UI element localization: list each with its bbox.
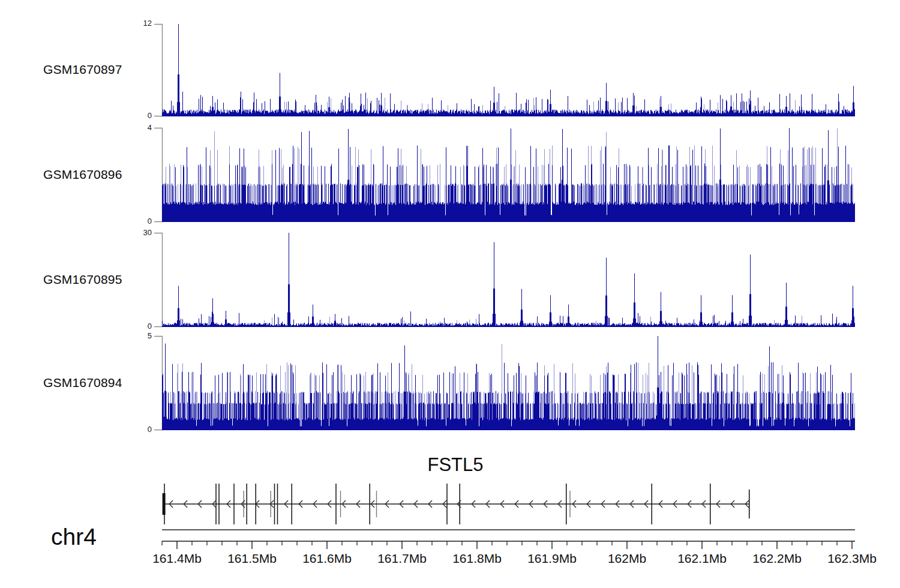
ruler-tick-label: 161.4Mb (152, 551, 202, 565)
yaxis-max-track-2: 4 (123, 124, 152, 132)
gene-name-label: FSTL5 (365, 455, 545, 475)
yaxis-zero-track-1: 0 (123, 112, 152, 120)
ruler-major-ticks (177, 541, 852, 549)
ruler-tick-label: 161.8Mb (452, 551, 502, 565)
genome-browser-view: 161.4Mb161.5Mb161.6Mb161.7Mb161.8Mb161.9… (0, 0, 900, 588)
yaxis-max-track-4: 5 (123, 332, 152, 340)
ruler-tick-label: 161.5Mb (227, 551, 277, 565)
yaxis-zero-track-3: 0 (123, 322, 152, 331)
ruler-tick-label: 162.3Mb (827, 551, 877, 565)
yaxis-bracket-track-3 (154, 233, 163, 327)
yaxis-zero-track-4: 0 (123, 425, 152, 434)
ruler-tick-label: 162Mb (608, 551, 646, 565)
ruler-tick-label: 161.7Mb (377, 551, 427, 565)
yaxis-max-track-3: 30 (123, 229, 152, 237)
genome-browser-canvas: 161.4Mb161.5Mb161.6Mb161.7Mb161.8Mb161.9… (0, 0, 900, 588)
yaxis-bracket-track-4 (154, 337, 163, 430)
track-label-2: GSM1670896 (43, 167, 148, 182)
coverage-bars-track-1 (163, 24, 855, 116)
coverage-bars-track-3 (163, 233, 855, 326)
yaxis-zero-track-2: 0 (123, 217, 152, 226)
track-label-1: GSM1670897 (43, 62, 148, 77)
coverage-bars-light-track-1 (285, 98, 802, 113)
chromosome-label: chr4 (51, 524, 147, 550)
yaxis-max-track-1: 12 (123, 19, 152, 28)
coverage-bars-track-2 (163, 128, 855, 221)
ruler-tick-label: 161.6Mb (302, 551, 352, 565)
ruler-tick-label: 161.9Mb (527, 551, 577, 565)
ruler-tick-label: 162.2Mb (752, 551, 802, 565)
ruler-tick-label: 162.1Mb (677, 551, 727, 565)
track-label-4: GSM1670894 (43, 375, 148, 391)
ruler-minor-ticks (162, 541, 837, 545)
yaxis-bracket-track-1 (154, 25, 163, 116)
track-label-3: GSM1670895 (43, 272, 148, 287)
coverage-bars-track-4 (163, 336, 855, 430)
yaxis-bracket-track-2 (154, 128, 163, 222)
